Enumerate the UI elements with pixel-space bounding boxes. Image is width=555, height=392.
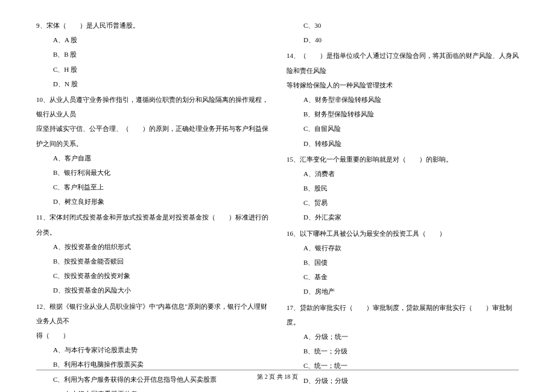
q16-text: 16、以下哪种工具被公认为最安全的投资工具（ ）	[287, 226, 519, 241]
q14-text-line2: 等转嫁给保险人的一种风险管理技术	[287, 78, 519, 92]
q15-option-b: B、股民	[287, 181, 519, 195]
q16-option-b: B、国债	[287, 255, 519, 270]
q14-option-b: B、财务型保险转移风险	[287, 107, 519, 121]
question-9: 9、宋体（ ）是人民币普通股。 A、A 股 B、B 股 C、H 股 D、N 股	[36, 18, 268, 91]
q10-text-line2: 应坚持诚实守信、公平合理、（ ）的原则，正确处理业务开拓与客户利益保护之间的关系…	[36, 121, 268, 150]
q12-option-d: D、在本行上网查看股票信息	[36, 387, 268, 392]
right-column: C、30 D、40 14、（ ）是指单位或个人通过订立保险合同，将其面临的财产风…	[287, 18, 519, 350]
q14-option-a: A、财务型非保险转移风险	[287, 92, 519, 107]
q15-option-c: C、贸易	[287, 195, 519, 210]
q15-option-a: A、消费者	[287, 166, 519, 181]
q14-option-c: C、自留风险	[287, 121, 519, 136]
q17-option-a: A、分级；统一	[287, 329, 519, 344]
q10-option-d: D、树立良好形象	[36, 194, 268, 209]
q17-text: 17、贷款的审批实行（ ）审批制度，贷款展期的审批实行（ ）审批制度。	[287, 300, 519, 329]
q10-option-a: A、客户自愿	[36, 151, 268, 165]
q10-option-b: B、银行利润最大化	[36, 165, 268, 180]
question-11: 11、宋体封闭式投资基金和开放式投资基金是对投资基金按（ ）标准进行的分类。 A…	[36, 210, 268, 297]
question-13-continued: C、30 D、40	[287, 18, 519, 47]
q9-option-d: D、N 股	[36, 77, 268, 91]
q14-option-d: D、转移风险	[287, 136, 519, 151]
q12-option-a: A、与本行专家讨论股票走势	[36, 343, 268, 357]
q14-text-line1: 14、（ ）是指单位或个人通过订立保险合同，将其面临的财产风险、人身风险和责任风…	[287, 48, 519, 77]
q9-text: 9、宋体（ ）是人民币普通股。	[36, 18, 268, 33]
q12-text-line1: 12、根据《银行业从业人员职业操守》中"内幕信息"原则的要求，银行个人理财业务人…	[36, 299, 268, 328]
q17-option-b: B、统一；分级	[287, 344, 519, 358]
question-18: 18、股票投资的收益等于（ ） A、资本利得 B、股利所得	[287, 389, 519, 392]
q11-option-c: C、按投资基金的投资对象	[36, 268, 268, 283]
q12-text-line2: 得（ ）	[36, 328, 268, 343]
q13-option-d: D、40	[287, 33, 519, 47]
q11-option-b: B、按投资基金能否赎回	[36, 254, 268, 268]
q9-option-c: C、H 股	[36, 62, 268, 77]
q11-option-d: D、按投资基金的风险大小	[36, 283, 268, 297]
q10-option-c: C、客户利益至上	[36, 180, 268, 194]
left-column: 9、宋体（ ）是人民币普通股。 A、A 股 B、B 股 C、H 股 D、N 股 …	[36, 18, 268, 350]
q13-option-c: C、30	[287, 18, 519, 33]
q9-option-a: A、A 股	[36, 33, 268, 47]
q16-option-a: A、银行存款	[287, 241, 519, 255]
question-10: 10、从业人员遵守业务操作指引，遵循岗位职责的划分和风险隔离的操作规程，银行从业…	[36, 92, 268, 209]
question-14: 14、（ ）是指单位或个人通过订立保险合同，将其面临的财产风险、人身风险和责任风…	[287, 48, 519, 150]
q16-option-c: C、基金	[287, 270, 519, 284]
question-16: 16、以下哪种工具被公认为最安全的投资工具（ ） A、银行存款 B、国债 C、基…	[287, 226, 519, 299]
question-15: 15、汇率变化一个最重要的影响就是对（ ）的影响。 A、消费者 B、股民 C、贸…	[287, 152, 519, 225]
q16-option-d: D、房地产	[287, 284, 519, 299]
page-footer: 第 2 页 共 18 页	[36, 370, 519, 381]
q15-option-d: D、外汇卖家	[287, 210, 519, 224]
q10-text-line1: 10、从业人员遵守业务操作指引，遵循岗位职责的划分和风险隔离的操作规程，银行从业…	[36, 92, 268, 121]
q9-option-b: B、B 股	[36, 47, 268, 62]
q15-text: 15、汇率变化一个最重要的影响就是对（ ）的影响。	[287, 152, 519, 166]
content-columns: 9、宋体（ ）是人民币普通股。 A、A 股 B、B 股 C、H 股 D、N 股 …	[36, 18, 519, 350]
q11-text: 11、宋体封闭式投资基金和开放式投资基金是对投资基金按（ ）标准进行的分类。	[36, 210, 268, 239]
q11-option-a: A、按投资基金的组织形式	[36, 239, 268, 254]
q18-text: 18、股票投资的收益等于（ ）	[287, 389, 519, 392]
